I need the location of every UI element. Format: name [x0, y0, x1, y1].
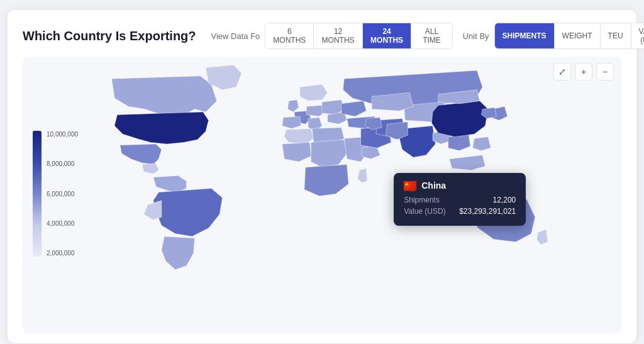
tooltip-value-label: Value (USD)	[404, 207, 445, 216]
tooltip-country: China	[421, 180, 446, 191]
btn-alltime[interactable]: ALL TIME	[411, 23, 452, 48]
main-card: Which Country Is Exporting? View Data Fo…	[8, 10, 636, 343]
btn-value-usd[interactable]: VALUE (USD)	[631, 23, 644, 48]
controls: View Data Fo 6 MONTHS 12 MONTHS 24 MONTH…	[211, 23, 644, 49]
view-data-label: View Data Fo	[211, 31, 260, 41]
map-container: ⤢ + − 10,000,000 8,000,000 6,000,000 4,0…	[23, 57, 621, 333]
map-controls: ⤢ + −	[553, 63, 614, 80]
legend-labels: 10,000,000 8,000,000 6,000,000 4,000,000…	[47, 131, 78, 257]
page-title: Which Country Is Exporting?	[23, 29, 196, 43]
legend-label-3: 6,000,000	[47, 191, 78, 197]
btn-12months[interactable]: 12 MONTHS	[314, 23, 363, 48]
unit-label: Unit By	[463, 31, 489, 41]
btn-teu[interactable]: TEU	[601, 23, 631, 48]
legend-bar	[33, 131, 42, 257]
tooltip: 🇨🇳 China Shipments 12,200 Value (USD) $2…	[394, 173, 526, 226]
tooltip-shipments-label: Shipments	[404, 196, 440, 204]
zoom-out-button[interactable]: −	[596, 63, 614, 80]
legend-label-5: 2,000,000	[47, 250, 78, 257]
world-map	[23, 57, 621, 333]
zoom-in-button[interactable]: +	[575, 63, 592, 80]
btn-shipments[interactable]: SHIPMENTS	[495, 23, 555, 48]
china-flag-icon: 🇨🇳	[404, 181, 416, 190]
tooltip-shipments-row: Shipments 12,200	[404, 196, 516, 204]
header: Which Country Is Exporting? View Data Fo…	[23, 23, 621, 49]
legend-label-4: 4,000,000	[47, 220, 78, 227]
btn-24months[interactable]: 24 MONTHS	[363, 23, 412, 48]
tooltip-header: 🇨🇳 China	[404, 180, 516, 191]
tooltip-shipments-value: 12,200	[493, 196, 516, 204]
btn-weight[interactable]: WEIGHT	[555, 23, 601, 48]
legend-label-1: 10,000,000	[47, 131, 78, 138]
tooltip-value-value: $23,293,291,021	[459, 207, 516, 216]
legend-label-2: 8,000,000	[47, 160, 78, 167]
expand-button[interactable]: ⤢	[553, 63, 571, 80]
unit-button-group: SHIPMENTS WEIGHT TEU VALUE (USD)	[494, 23, 644, 49]
legend: 10,000,000 8,000,000 6,000,000 4,000,000…	[33, 131, 42, 259]
time-button-group: 6 MONTHS 12 MONTHS 24 MONTHS ALL TIME	[265, 23, 452, 49]
btn-6months[interactable]: 6 MONTHS	[265, 23, 314, 48]
tooltip-value-row: Value (USD) $23,293,291,021	[404, 207, 516, 216]
